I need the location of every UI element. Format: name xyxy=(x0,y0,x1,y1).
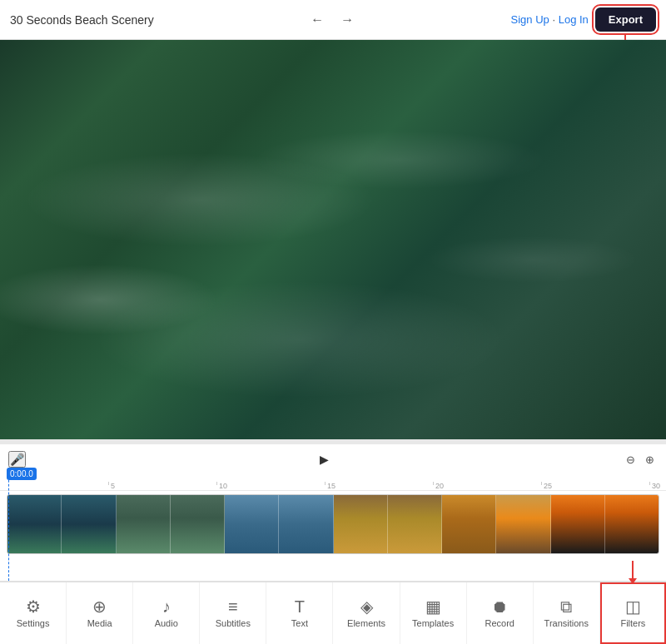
header-right: Sign Up · Log In Export xyxy=(511,7,656,32)
export-wrapper: Export xyxy=(595,7,656,32)
undo-button[interactable]: ← xyxy=(306,9,329,31)
auth-links: Sign Up · Log In xyxy=(511,13,589,26)
toolbar-settings[interactable]: ⚙ Settings xyxy=(0,582,67,644)
log-in-link[interactable]: Log In xyxy=(559,13,589,26)
templates-label: Templates xyxy=(412,618,454,628)
text-icon: T xyxy=(295,598,305,615)
strip-frame-10 xyxy=(496,495,550,553)
toolbar-subtitles[interactable]: ≡ Subtitles xyxy=(200,582,266,644)
record-icon: ⏺ xyxy=(491,598,508,615)
strip-frame-5 xyxy=(225,495,279,553)
toolbar-filters[interactable]: ◫ Filters xyxy=(600,582,666,644)
wave-overlay xyxy=(0,40,666,439)
elements-icon: ◈ xyxy=(360,598,373,615)
play-button[interactable]: ▶ xyxy=(315,451,334,468)
playhead xyxy=(8,468,9,581)
timecode-tag: 0:00.0 xyxy=(7,468,37,480)
timeline-area: 🎤 ▶ ⊖ ⊕ 51015202530 0:00.0 xyxy=(0,444,666,582)
subtitles-icon: ≡ xyxy=(228,598,238,615)
audio-icon: ♪ xyxy=(162,598,171,615)
toolbar-media[interactable]: ⊕ Media xyxy=(67,582,133,644)
record-label: Record xyxy=(485,618,514,628)
media-icon: ⊕ xyxy=(92,598,107,615)
strip-frame-3 xyxy=(117,495,171,553)
elements-label: Elements xyxy=(347,618,385,628)
toolbar-transitions[interactable]: ⧉ Transitions xyxy=(534,582,600,644)
toolbar-audio[interactable]: ♪ Audio xyxy=(133,582,200,644)
strip-frame-12 xyxy=(605,495,659,553)
strip-frame-4 xyxy=(171,495,225,553)
export-button[interactable]: Export xyxy=(595,7,656,32)
subtitles-label: Subtitles xyxy=(216,618,251,628)
sign-up-link[interactable]: Sign Up xyxy=(511,13,549,26)
filters-label: Filters xyxy=(620,618,645,628)
video-preview xyxy=(0,40,666,439)
ruler-inner: 51015202530 xyxy=(0,471,666,490)
strip-frame-2 xyxy=(62,495,116,553)
strip-frame-1 xyxy=(7,495,62,553)
settings-icon: ⚙ xyxy=(26,598,41,615)
nav-controls: ← → xyxy=(306,9,359,31)
transitions-label: Transitions xyxy=(544,618,589,628)
timeline-controls: 🎤 ▶ ⊖ ⊕ xyxy=(0,444,666,471)
toolbar-elements[interactable]: ◈ Elements xyxy=(333,582,400,644)
strip-frame-6 xyxy=(279,495,333,553)
filters-arrow xyxy=(632,561,634,579)
audio-label: Audio xyxy=(155,618,178,628)
timeline-ruler: 51015202530 xyxy=(0,471,666,491)
zoom-out-button[interactable]: ⊖ xyxy=(623,452,639,468)
templates-icon: ▦ xyxy=(425,598,441,615)
strip-frame-11 xyxy=(551,495,605,553)
redo-button[interactable]: → xyxy=(335,9,359,31)
toolbar-text[interactable]: T Text xyxy=(266,582,333,644)
toolbar-templates[interactable]: ▦ Templates xyxy=(400,582,467,644)
filters-icon: ◫ xyxy=(625,598,641,615)
zoom-controls: ⊖ ⊕ xyxy=(623,452,658,468)
toolbar-record[interactable]: ⏺ Record xyxy=(467,582,534,644)
zoom-in-button[interactable]: ⊕ xyxy=(642,452,658,468)
header: 30 Seconds Beach Scenery ← → Sign Up · L… xyxy=(0,0,666,40)
header-title: 30 Seconds Beach Scenery xyxy=(10,13,154,27)
strip-frame-8 xyxy=(388,495,442,553)
settings-label: Settings xyxy=(17,618,50,628)
video-frame xyxy=(0,40,666,439)
transitions-icon: ⧉ xyxy=(560,598,572,615)
video-strip xyxy=(7,494,659,554)
strip-frame-9 xyxy=(442,495,496,553)
strip-frame-7 xyxy=(334,495,388,553)
media-label: Media xyxy=(87,618,112,628)
bottom-toolbar: ⚙ Settings ⊕ Media ♪ Audio ≡ Subtitles T… xyxy=(0,582,666,644)
text-label: Text xyxy=(291,618,308,628)
mic-button[interactable]: 🎤 xyxy=(8,451,26,468)
